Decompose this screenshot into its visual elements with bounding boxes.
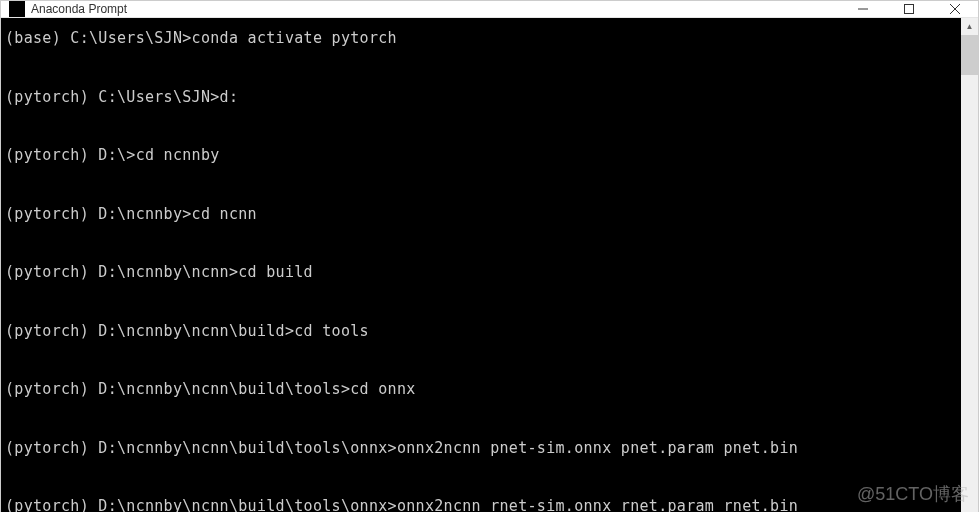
window-controls bbox=[840, 1, 978, 17]
terminal-output[interactable]: (base) C:\Users\SJN>conda activate pytor… bbox=[1, 18, 961, 512]
close-button[interactable] bbox=[932, 1, 978, 17]
scrollbar: ▲ ▼ bbox=[961, 18, 978, 512]
scroll-up-button[interactable]: ▲ bbox=[961, 18, 978, 35]
maximize-button[interactable] bbox=[886, 1, 932, 17]
titlebar[interactable]: Anaconda Prompt bbox=[1, 1, 978, 18]
terminal-area: (base) C:\Users\SJN>conda activate pytor… bbox=[1, 18, 978, 512]
app-icon bbox=[9, 1, 25, 17]
svg-rect-1 bbox=[905, 5, 914, 14]
scrollbar-track[interactable] bbox=[961, 35, 978, 512]
window-title: Anaconda Prompt bbox=[31, 2, 840, 16]
window-frame: Anaconda Prompt (base) C:\Users\SJN>cond… bbox=[0, 0, 979, 512]
scrollbar-thumb[interactable] bbox=[961, 35, 978, 75]
minimize-button[interactable] bbox=[840, 1, 886, 17]
